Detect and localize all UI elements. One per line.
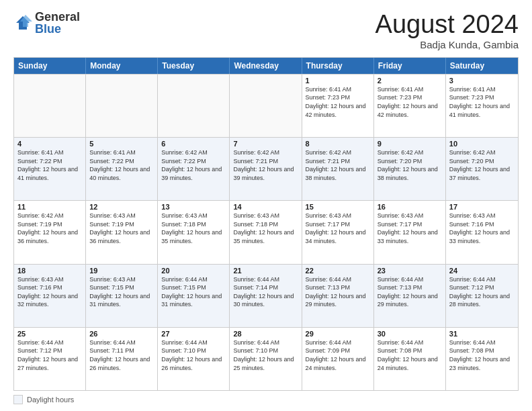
day-info: Sunrise: 6:44 AM Sunset: 7:13 PM Dayligh…	[306, 275, 370, 309]
day-info: Sunrise: 6:41 AM Sunset: 7:22 PM Dayligh…	[17, 148, 82, 182]
logo-blue-text: Blue	[35, 23, 80, 35]
title-block: August 2024 Badja Kunda, Gambia	[375, 11, 519, 50]
cal-cell-day-5: 5Sunrise: 6:41 AM Sunset: 7:22 PM Daylig…	[86, 138, 158, 200]
day-number: 2	[378, 77, 442, 85]
cal-cell-day-29: 29Sunrise: 6:44 AM Sunset: 7:09 PM Dayli…	[302, 328, 374, 390]
day-number: 20	[161, 267, 226, 275]
cal-cell-day-23: 23Sunrise: 6:44 AM Sunset: 7:13 PM Dayli…	[374, 265, 446, 327]
cal-cell-day-28: 28Sunrise: 6:44 AM Sunset: 7:10 PM Dayli…	[230, 328, 302, 390]
day-info: Sunrise: 6:43 AM Sunset: 7:15 PM Dayligh…	[89, 275, 154, 309]
day-number: 4	[17, 140, 82, 148]
day-number: 18	[17, 267, 82, 275]
cal-cell-day-31: 31Sunrise: 6:44 AM Sunset: 7:08 PM Dayli…	[446, 328, 518, 390]
day-number: 21	[233, 267, 298, 275]
cal-cell-day-17: 17Sunrise: 6:43 AM Sunset: 7:16 PM Dayli…	[446, 201, 518, 263]
cal-header-monday: Monday	[86, 58, 158, 74]
day-info: Sunrise: 6:42 AM Sunset: 7:20 PM Dayligh…	[378, 148, 442, 182]
day-number: 7	[233, 140, 298, 148]
cal-cell-day-12: 12Sunrise: 6:43 AM Sunset: 7:19 PM Dayli…	[86, 201, 158, 263]
day-info: Sunrise: 6:44 AM Sunset: 7:08 PM Dayligh…	[449, 338, 515, 372]
cal-cell-day-24: 24Sunrise: 6:44 AM Sunset: 7:12 PM Dayli…	[446, 265, 518, 327]
cal-header-wednesday: Wednesday	[230, 58, 302, 74]
page-header: General Blue August 2024 Badja Kunda, Ga…	[13, 11, 519, 50]
day-number: 1	[306, 77, 370, 85]
day-number: 27	[161, 330, 226, 338]
day-number: 6	[161, 140, 226, 148]
cal-cell-day-8: 8Sunrise: 6:42 AM Sunset: 7:21 PM Daylig…	[302, 138, 374, 200]
cal-cell-day-20: 20Sunrise: 6:44 AM Sunset: 7:15 PM Dayli…	[158, 265, 230, 327]
cal-cell-day-22: 22Sunrise: 6:44 AM Sunset: 7:13 PM Dayli…	[302, 265, 374, 327]
cal-row-4: 25Sunrise: 6:44 AM Sunset: 7:12 PM Dayli…	[14, 327, 518, 390]
day-number: 30	[378, 330, 442, 338]
cal-cell-day-6: 6Sunrise: 6:42 AM Sunset: 7:22 PM Daylig…	[158, 138, 230, 200]
day-info: Sunrise: 6:43 AM Sunset: 7:17 PM Dayligh…	[306, 212, 370, 245]
day-info: Sunrise: 6:44 AM Sunset: 7:10 PM Dayligh…	[233, 338, 298, 372]
day-number: 23	[378, 267, 442, 275]
day-info: Sunrise: 6:41 AM Sunset: 7:23 PM Dayligh…	[378, 85, 442, 119]
cal-cell-day-7: 7Sunrise: 6:42 AM Sunset: 7:21 PM Daylig…	[230, 138, 302, 200]
cal-cell-day-13: 13Sunrise: 6:43 AM Sunset: 7:18 PM Dayli…	[158, 201, 230, 263]
day-number: 26	[89, 330, 154, 338]
cal-header-sunday: Sunday	[14, 58, 86, 74]
calendar-body: 1Sunrise: 6:41 AM Sunset: 7:23 PM Daylig…	[14, 74, 518, 390]
cal-cell-day-30: 30Sunrise: 6:44 AM Sunset: 7:08 PM Dayli…	[374, 328, 446, 390]
day-number: 11	[17, 203, 82, 211]
day-number: 31	[449, 330, 515, 338]
day-info: Sunrise: 6:44 AM Sunset: 7:12 PM Dayligh…	[17, 338, 82, 372]
footer-label: Daylight hours	[27, 396, 74, 404]
calendar-header: SundayMondayTuesdayWednesdayThursdayFrid…	[14, 58, 518, 74]
day-number: 12	[89, 203, 154, 211]
cal-cell-day-9: 9Sunrise: 6:42 AM Sunset: 7:20 PM Daylig…	[374, 138, 446, 200]
day-info: Sunrise: 6:42 AM Sunset: 7:21 PM Dayligh…	[233, 148, 298, 182]
day-info: Sunrise: 6:44 AM Sunset: 7:10 PM Dayligh…	[161, 338, 226, 372]
cal-cell-day-16: 16Sunrise: 6:43 AM Sunset: 7:17 PM Dayli…	[374, 201, 446, 263]
day-info: Sunrise: 6:44 AM Sunset: 7:12 PM Dayligh…	[449, 275, 515, 309]
cal-cell-day-1: 1Sunrise: 6:41 AM Sunset: 7:23 PM Daylig…	[302, 75, 374, 137]
cal-cell-day-21: 21Sunrise: 6:44 AM Sunset: 7:14 PM Dayli…	[230, 265, 302, 327]
day-info: Sunrise: 6:42 AM Sunset: 7:19 PM Dayligh…	[17, 212, 82, 245]
day-number: 29	[306, 330, 370, 338]
cal-row-2: 11Sunrise: 6:42 AM Sunset: 7:19 PM Dayli…	[14, 200, 518, 263]
day-info: Sunrise: 6:43 AM Sunset: 7:18 PM Dayligh…	[233, 212, 298, 245]
logo: General Blue	[13, 11, 80, 35]
cal-cell-day-19: 19Sunrise: 6:43 AM Sunset: 7:15 PM Dayli…	[86, 265, 158, 327]
cal-header-friday: Friday	[374, 58, 446, 74]
day-info: Sunrise: 6:44 AM Sunset: 7:09 PM Dayligh…	[306, 338, 370, 372]
cal-header-tuesday: Tuesday	[158, 58, 230, 74]
footer-color-box	[13, 395, 23, 404]
month-title: August 2024	[375, 11, 519, 39]
day-info: Sunrise: 6:44 AM Sunset: 7:15 PM Dayligh…	[161, 275, 226, 309]
location-subtitle: Badja Kunda, Gambia	[375, 39, 519, 50]
day-info: Sunrise: 6:43 AM Sunset: 7:18 PM Dayligh…	[161, 212, 226, 245]
cal-cell-day-18: 18Sunrise: 6:43 AM Sunset: 7:16 PM Dayli…	[14, 265, 86, 327]
day-number: 9	[378, 140, 442, 148]
day-info: Sunrise: 6:41 AM Sunset: 7:22 PM Dayligh…	[89, 148, 154, 182]
day-number: 19	[89, 267, 154, 275]
day-info: Sunrise: 6:44 AM Sunset: 7:08 PM Dayligh…	[378, 338, 442, 372]
calendar: SundayMondayTuesdayWednesdayThursdayFrid…	[13, 57, 519, 391]
day-info: Sunrise: 6:43 AM Sunset: 7:16 PM Dayligh…	[17, 275, 82, 309]
cal-cell-day-10: 10Sunrise: 6:42 AM Sunset: 7:20 PM Dayli…	[446, 138, 518, 200]
footer: Daylight hours	[13, 395, 519, 404]
cal-cell-day-4: 4Sunrise: 6:41 AM Sunset: 7:22 PM Daylig…	[14, 138, 86, 200]
day-number: 8	[306, 140, 370, 148]
day-info: Sunrise: 6:42 AM Sunset: 7:20 PM Dayligh…	[449, 148, 515, 182]
logo-general-text: General	[35, 11, 80, 23]
day-info: Sunrise: 6:41 AM Sunset: 7:23 PM Dayligh…	[449, 85, 515, 119]
day-number: 25	[17, 330, 82, 338]
cal-header-thursday: Thursday	[302, 58, 374, 74]
cal-row-3: 18Sunrise: 6:43 AM Sunset: 7:16 PM Dayli…	[14, 264, 518, 327]
day-info: Sunrise: 6:41 AM Sunset: 7:23 PM Dayligh…	[306, 85, 370, 119]
day-info: Sunrise: 6:44 AM Sunset: 7:13 PM Dayligh…	[378, 275, 442, 309]
cal-header-saturday: Saturday	[446, 58, 518, 74]
day-info: Sunrise: 6:44 AM Sunset: 7:11 PM Dayligh…	[89, 338, 154, 372]
day-number: 24	[449, 267, 515, 275]
day-info: Sunrise: 6:43 AM Sunset: 7:16 PM Dayligh…	[449, 212, 515, 245]
cal-cell-empty	[86, 75, 158, 137]
cal-cell-day-14: 14Sunrise: 6:43 AM Sunset: 7:18 PM Dayli…	[230, 201, 302, 263]
day-info: Sunrise: 6:44 AM Sunset: 7:14 PM Dayligh…	[233, 275, 298, 309]
cal-row-0: 1Sunrise: 6:41 AM Sunset: 7:23 PM Daylig…	[14, 74, 518, 137]
day-number: 17	[449, 203, 515, 211]
day-info: Sunrise: 6:42 AM Sunset: 7:22 PM Dayligh…	[161, 148, 226, 182]
day-number: 13	[161, 203, 226, 211]
